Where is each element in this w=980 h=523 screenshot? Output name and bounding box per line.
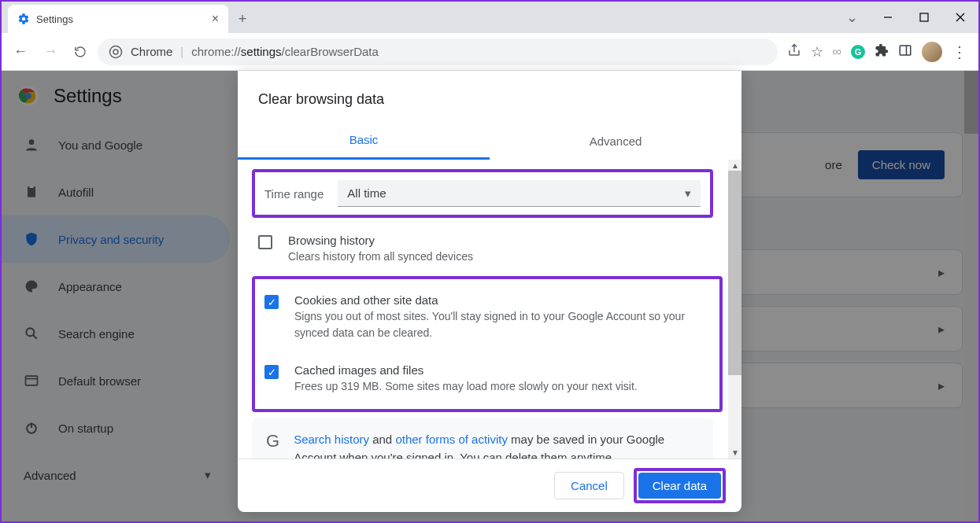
option-desc: Clears history from all synced devices	[288, 249, 707, 265]
scroll-down-icon[interactable]: ▼	[731, 448, 739, 457]
window-minimize-button[interactable]	[870, 2, 906, 33]
tab-basic[interactable]: Basic	[238, 122, 490, 160]
info-text: Search history and other forms of activi…	[294, 431, 699, 459]
svg-rect-1	[920, 13, 928, 21]
extension-area: ☆ ∞ G ⋮	[782, 42, 972, 62]
checkbox-cache[interactable]: ✓	[264, 365, 279, 379]
share-icon[interactable]	[787, 43, 801, 61]
svg-point-4	[110, 46, 122, 57]
cancel-button[interactable]: Cancel	[554, 472, 624, 499]
svg-rect-6	[900, 46, 911, 55]
window-maximize-button[interactable]	[906, 2, 942, 33]
time-range-label: Time range	[264, 187, 324, 201]
svg-point-5	[113, 50, 118, 54]
google-g-icon: G	[266, 431, 279, 459]
window-close-button[interactable]	[942, 2, 978, 33]
link-other-activity[interactable]: other forms of activity	[395, 433, 508, 446]
option-cache[interactable]: ✓ Cached images and files Frees up 319 M…	[258, 352, 716, 406]
option-desc: Signs you out of most sites. You'll stay…	[294, 308, 710, 341]
scroll-up-icon[interactable]: ▲	[731, 161, 739, 170]
gear-icon	[17, 13, 30, 25]
highlight-cookies-cache: ✓ Cookies and other site data Signs you …	[252, 276, 723, 412]
forward-button: →	[38, 39, 63, 64]
option-title: Browsing history	[288, 234, 707, 247]
clear-browsing-data-dialog: Clear browsing data Basic Advanced ▲ ▼ T…	[238, 71, 741, 512]
dialog-footer: Cancel Clear data	[238, 459, 741, 512]
window-controls: ⌄	[834, 2, 978, 33]
browser-tab[interactable]: Settings ×	[8, 5, 228, 33]
dialog-scroll-thumb[interactable]	[728, 171, 741, 375]
option-browsing-history[interactable]: Browsing history Clears history from all…	[252, 223, 713, 276]
option-cookies[interactable]: ✓ Cookies and other site data Signs you …	[258, 282, 716, 352]
reload-button[interactable]	[68, 39, 93, 64]
tab-close-icon[interactable]: ×	[212, 12, 219, 26]
option-title: Cookies and other site data	[294, 293, 710, 307]
extension-grammarly-icon[interactable]: G	[851, 45, 865, 59]
side-panel-icon[interactable]	[898, 43, 912, 61]
clear-data-button[interactable]: Clear data	[638, 473, 721, 499]
dialog-scrollbar[interactable]: ▲ ▼	[728, 160, 741, 459]
chevron-down-icon: ▾	[685, 186, 691, 201]
chrome-icon	[109, 45, 123, 59]
window-chevron-icon[interactable]: ⌄	[834, 2, 870, 33]
time-range-select[interactable]: All time ▾	[338, 180, 701, 207]
extensions-puzzle-icon[interactable]	[875, 43, 889, 61]
option-desc: Frees up 319 MB. Some sites may load mor…	[294, 378, 710, 395]
highlight-time-range: Time range All time ▾	[252, 169, 713, 218]
dialog-body: ▲ ▼ Time range All time ▾ Browsing histo…	[238, 160, 741, 459]
omnibox-scheme: Chrome	[131, 45, 172, 58]
checkbox-cookies[interactable]: ✓	[264, 295, 279, 309]
browser-toolbar: ← → Chrome | chrome://settings/clearBrow…	[2, 33, 978, 71]
content-area: Settings You and Google Autofill Privacy…	[2, 71, 978, 523]
profile-avatar[interactable]	[922, 42, 942, 62]
omnibox-url: chrome://settings/clearBrowserData	[191, 45, 379, 58]
checkbox-browsing-history[interactable]	[258, 235, 272, 249]
tab-title: Settings	[36, 13, 73, 25]
bookmark-star-icon[interactable]: ☆	[811, 43, 823, 61]
time-range-value: All time	[347, 186, 386, 200]
highlight-clear-button: Clear data	[634, 468, 726, 503]
browser-menu-button[interactable]: ⋮	[952, 42, 967, 61]
link-search-history[interactable]: Search history	[294, 433, 369, 446]
address-bar[interactable]: Chrome | chrome://settings/clearBrowserD…	[98, 39, 778, 65]
new-tab-button[interactable]: +	[228, 5, 257, 33]
option-title: Cached images and files	[294, 363, 710, 377]
extension-cloud-icon[interactable]: ∞	[833, 45, 841, 59]
dialog-tabs: Basic Advanced	[238, 122, 741, 160]
dialog-title: Clear browsing data	[238, 71, 741, 122]
google-account-info: G Search history and other forms of acti…	[252, 418, 713, 459]
back-button[interactable]: ←	[8, 39, 33, 64]
tab-advanced[interactable]: Advanced	[490, 122, 741, 160]
tab-strip: Settings × +	[2, 2, 978, 33]
omnibox-divider: |	[180, 45, 183, 58]
